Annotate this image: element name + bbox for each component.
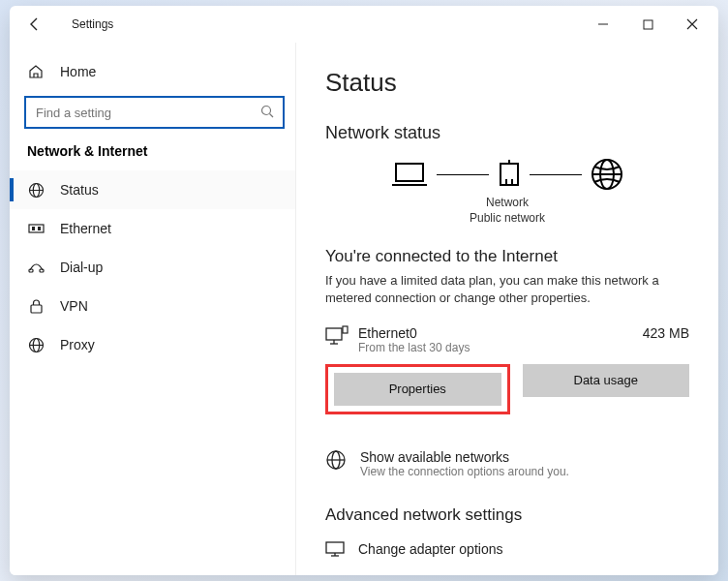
svg-rect-12 bbox=[31, 305, 42, 313]
svg-rect-8 bbox=[32, 227, 35, 230]
network-status-heading: Network status bbox=[325, 123, 689, 143]
sidebar-item-status[interactable]: Status bbox=[10, 170, 295, 209]
network-diagram bbox=[325, 157, 689, 192]
home-icon bbox=[27, 63, 45, 80]
networks-icon bbox=[325, 449, 347, 471]
laptop-icon bbox=[390, 160, 429, 189]
svg-rect-18 bbox=[500, 164, 518, 185]
svg-point-2 bbox=[262, 107, 271, 115]
ethernet-icon bbox=[27, 220, 45, 237]
sidebar-item-label: Ethernet bbox=[60, 221, 111, 236]
svg-rect-10 bbox=[29, 269, 33, 272]
sidebar-item-label: Proxy bbox=[60, 337, 95, 352]
back-button[interactable] bbox=[23, 13, 46, 36]
router-icon bbox=[497, 160, 522, 189]
available-title: Show available networks bbox=[360, 449, 569, 465]
properties-highlight: Properties bbox=[325, 364, 510, 414]
sidebar-item-label: Dial-up bbox=[60, 260, 103, 275]
sidebar-item-vpn[interactable]: VPN bbox=[10, 287, 295, 325]
svg-rect-25 bbox=[326, 328, 342, 340]
adapter-row: Ethernet0 From the last 30 days 423 MB bbox=[325, 325, 689, 354]
available-sub: View the connection options around you. bbox=[360, 465, 569, 478]
proxy-icon bbox=[27, 336, 45, 353]
search-icon bbox=[260, 105, 274, 118]
svg-rect-32 bbox=[326, 542, 344, 553]
app-title: Settings bbox=[72, 17, 113, 31]
connected-body: If you have a limited data plan, you can… bbox=[325, 272, 689, 307]
svg-rect-28 bbox=[343, 326, 348, 333]
sidebar-item-label: Status bbox=[60, 182, 99, 198]
advanced-heading: Advanced network settings bbox=[325, 505, 689, 525]
connected-heading: You're connected to the Internet bbox=[325, 247, 689, 266]
svg-rect-9 bbox=[38, 227, 41, 230]
sidebar-item-ethernet[interactable]: Ethernet bbox=[10, 209, 295, 248]
monitor-icon bbox=[325, 540, 345, 558]
svg-line-3 bbox=[270, 114, 274, 118]
close-button[interactable] bbox=[670, 6, 714, 43]
page-title: Status bbox=[325, 68, 689, 98]
adapter-sub: From the last 30 days bbox=[358, 341, 470, 354]
settings-window: Settings Home Network bbox=[10, 6, 718, 575]
sidebar-item-proxy[interactable]: Proxy bbox=[10, 325, 295, 364]
adapter-options-label: Change adapter options bbox=[358, 541, 502, 557]
search-input[interactable] bbox=[25, 97, 284, 128]
search-wrap bbox=[25, 97, 284, 128]
svg-rect-11 bbox=[40, 269, 44, 272]
adapter-usage: 423 MB bbox=[643, 325, 689, 341]
show-available-networks[interactable]: Show available networks View the connect… bbox=[325, 449, 689, 478]
data-usage-button[interactable]: Data usage bbox=[523, 364, 690, 397]
svg-rect-7 bbox=[29, 225, 44, 232]
adapter-name: Ethernet0 bbox=[358, 325, 470, 341]
sidebar-item-label: VPN bbox=[60, 298, 88, 314]
svg-rect-16 bbox=[396, 164, 423, 181]
change-adapter-options[interactable]: Change adapter options bbox=[325, 540, 689, 558]
diagram-label: Network Public network bbox=[325, 196, 689, 226]
adapter-icon bbox=[325, 325, 349, 347]
content-pane: Status Network status Network Public net… bbox=[296, 43, 718, 575]
vpn-icon bbox=[27, 297, 45, 315]
sidebar-home[interactable]: Home bbox=[10, 52, 295, 91]
svg-rect-1 bbox=[644, 20, 652, 29]
minimize-button[interactable] bbox=[581, 6, 625, 43]
sidebar: Home Network & Internet Status Ether bbox=[10, 43, 296, 575]
sidebar-item-dialup[interactable]: Dial-up bbox=[10, 248, 295, 287]
sidebar-home-label: Home bbox=[60, 64, 96, 79]
properties-button[interactable]: Properties bbox=[334, 373, 501, 406]
globe-large-icon bbox=[590, 157, 624, 192]
titlebar: Settings bbox=[10, 6, 718, 43]
maximize-button[interactable] bbox=[625, 6, 670, 43]
globe-icon bbox=[27, 181, 45, 199]
dialup-icon bbox=[27, 259, 45, 276]
sidebar-section-heading: Network & Internet bbox=[10, 141, 295, 170]
